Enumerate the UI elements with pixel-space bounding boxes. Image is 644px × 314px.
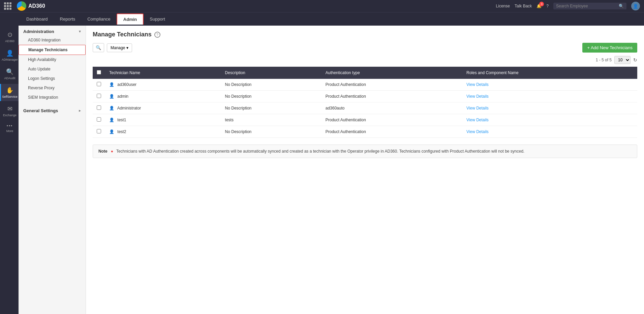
user-icon-4: 👤	[109, 129, 114, 134]
user-icon-1: 👤	[109, 94, 114, 99]
page-header: Manage Technicians ?	[93, 31, 637, 38]
sidebar-item-high-availability[interactable]: High Availability	[19, 55, 86, 64]
sidebar-section-administration[interactable]: Administration ▾	[19, 26, 86, 35]
general-settings-chevron-icon: ▸	[79, 108, 81, 113]
toolbar: 🔍 Manage ▾ + Add New Technicians	[93, 43, 637, 53]
sidebar-item-reverse-proxy[interactable]: Reverse Proxy	[19, 83, 86, 93]
row-roles-0: View Details	[462, 79, 637, 91]
col-checkbox	[93, 67, 105, 79]
notification-badge: 3	[539, 2, 544, 6]
icon-bar-item-adaudit[interactable]: 🔍 ADAudit	[0, 65, 19, 83]
icon-bar-label-ad360: AD360	[5, 39, 14, 43]
row-description-0: No Description	[221, 79, 321, 91]
row-name-text-2: Administrator	[117, 106, 141, 111]
pagination-count: 1 - 5 of 5	[596, 58, 612, 62]
search-submit-icon[interactable]: 🔍	[619, 4, 624, 8]
sidebar-section-general-settings[interactable]: General Settings ▸	[19, 105, 86, 115]
page-title: Manage Technicians	[93, 31, 152, 38]
row-auth-type-3: Product Authentication	[321, 114, 462, 126]
add-technicians-label: + Add New Technicians	[587, 45, 633, 50]
col-name: Technician Name	[105, 67, 221, 79]
side-menu: Administration ▾ AD360 Integration Manag…	[19, 26, 86, 314]
table-row: 👤 test1 tests Product Authentication Vie…	[93, 114, 637, 126]
row-checkbox-0	[93, 79, 105, 91]
technicians-table: Technician Name Description Authenticati…	[93, 67, 637, 138]
notification-bell[interactable]: 🔔 3	[536, 4, 542, 8]
app-name: AD360	[28, 3, 45, 9]
sidebar-section-label: Administration	[23, 29, 54, 34]
search-employee-input[interactable]	[556, 4, 617, 8]
note-box: Note ● Technicians with AD Authenticatio…	[93, 145, 637, 158]
sidebar-item-ad360-integration[interactable]: AD360 Integration	[19, 35, 86, 45]
view-details-link-0[interactable]: View Details	[466, 82, 489, 87]
row-auth-type-2: ad360auto	[321, 102, 462, 114]
view-details-link-1[interactable]: View Details	[466, 94, 489, 99]
row-description-3: tests	[221, 114, 321, 126]
top-bar-left: AD360	[4, 1, 45, 11]
table-search-button[interactable]: 🔍	[93, 43, 104, 52]
row-name-text-4: test2	[117, 129, 126, 134]
grid-menu-icon[interactable]	[4, 2, 11, 10]
sidebar-item-logon-settings[interactable]: Logon Settings	[19, 74, 86, 83]
icon-bar-item-selfservice[interactable]: ✋ SelfService	[0, 84, 19, 101]
manage-label: Manage	[111, 45, 125, 50]
sidebar-item-auto-update[interactable]: Auto Update	[19, 64, 86, 74]
toolbar-left: 🔍 Manage ▾	[93, 43, 132, 52]
table-row: 👤 ad360user No Description Product Authe…	[93, 79, 637, 91]
select-all-checkbox[interactable]	[97, 70, 101, 74]
adaudit-icon: 🔍	[6, 68, 13, 75]
view-details-link-4[interactable]: View Details	[466, 129, 489, 134]
row-name-3: 👤 test1	[105, 114, 221, 126]
row-select-1[interactable]	[97, 94, 101, 98]
row-name-4: 👤 test2	[105, 126, 221, 138]
toolbar-right: + Add New Technicians	[582, 43, 637, 53]
view-details-link-2[interactable]: View Details	[466, 106, 489, 111]
view-details-link-3[interactable]: View Details	[466, 118, 489, 122]
search-employee-wrap: 🔍	[553, 3, 626, 9]
icon-bar-item-exchange[interactable]: ✉ Exchange	[0, 102, 19, 120]
row-select-4[interactable]	[97, 129, 101, 133]
main-layout: ⊙ AD360 👤 ADManager 🔍 ADAudit ✋ SelfServ…	[0, 26, 644, 314]
tab-reports[interactable]: Reports	[54, 14, 82, 24]
page-size-select[interactable]: 10 25 50	[614, 56, 631, 64]
sidebar-item-siem-integration[interactable]: SIEM Integration	[19, 93, 86, 102]
row-checkbox-3	[93, 114, 105, 126]
col-auth-type: Authentication type	[321, 67, 462, 79]
table-row: 👤 admin No Description Product Authentic…	[93, 91, 637, 102]
talkback-link[interactable]: Talk Back	[515, 4, 532, 8]
row-select-0[interactable]	[97, 82, 101, 86]
row-name-text-1: admin	[117, 94, 128, 99]
selfservice-icon: ✋	[6, 87, 13, 94]
add-technicians-button[interactable]: + Add New Technicians	[582, 43, 637, 53]
note-text: Technicians with AD Authentication creat…	[116, 149, 524, 154]
logo-circle-icon	[17, 1, 26, 11]
manage-dropdown-button[interactable]: Manage ▾	[107, 43, 132, 52]
nav-bar: Dashboard Reports Compliance Admin Suppo…	[0, 12, 644, 26]
icon-bar-item-admanager[interactable]: 👤 ADManager	[0, 47, 19, 64]
app-logo: AD360	[17, 1, 45, 11]
icon-bar-label-admanager: ADManager	[2, 58, 18, 61]
row-select-2[interactable]	[97, 105, 101, 110]
content-area: Manage Technicians ? 🔍 Manage ▾ + Add Ne…	[86, 26, 644, 314]
icon-bar: ⊙ AD360 👤 ADManager 🔍 ADAudit ✋ SelfServ…	[0, 26, 19, 314]
user-icon-0: 👤	[109, 82, 114, 87]
icon-bar-item-more[interactable]: ••• More	[0, 121, 19, 135]
icon-bar-item-ad360[interactable]: ⊙ AD360	[0, 28, 19, 45]
tab-compliance[interactable]: Compliance	[81, 14, 117, 24]
row-select-3[interactable]	[97, 117, 101, 122]
help-button[interactable]: ?	[546, 4, 549, 8]
refresh-button[interactable]: ↻	[633, 57, 637, 63]
icon-bar-label-adaudit: ADAudit	[4, 76, 15, 80]
row-auth-type-1: Product Authentication	[321, 91, 462, 102]
license-link[interactable]: License	[496, 4, 510, 8]
row-description-2: No Description	[221, 102, 321, 114]
tab-admin[interactable]: Admin	[117, 13, 144, 25]
tab-support[interactable]: Support	[144, 14, 171, 24]
icon-bar-label-exchange: Exchange	[3, 114, 17, 117]
sidebar-item-manage-technicians[interactable]: Manage Technicians	[19, 45, 86, 55]
icon-bar-label-selfservice: SelfService	[2, 95, 18, 98]
tab-dashboard[interactable]: Dashboard	[20, 14, 54, 24]
user-avatar[interactable]: 👤	[631, 2, 640, 10]
row-name-1: 👤 admin	[105, 91, 221, 102]
page-help-icon[interactable]: ?	[154, 32, 160, 38]
